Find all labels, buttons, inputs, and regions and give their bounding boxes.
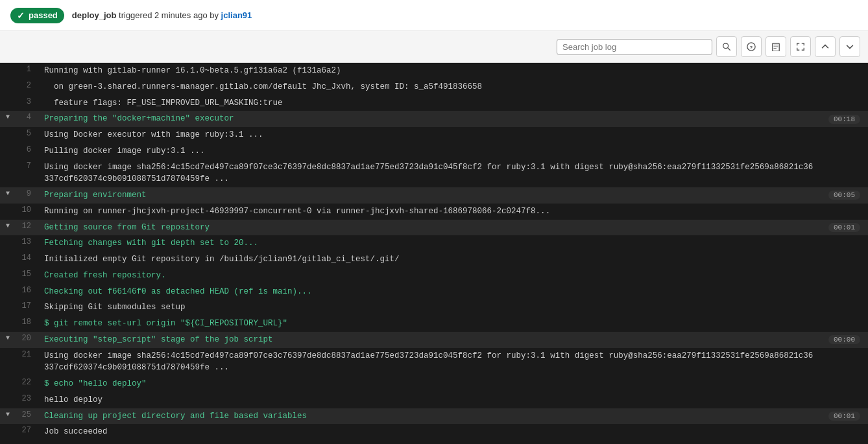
line-content: hello deploy <box>42 393 868 408</box>
chevron-toggle <box>0 377 16 379</box>
help-button[interactable]: ? <box>741 36 762 57</box>
chevron-toggle <box>0 349 16 351</box>
line-content: Executing "step_script" stage of the job… <box>42 333 828 347</box>
log-line: ▼4Preparing the "docker+machine" executo… <box>0 111 868 127</box>
line-content: Initialized empty Git repository in /bui… <box>42 252 868 267</box>
scroll-down-icon <box>845 42 854 51</box>
log-line: 17Skipping Git submodules setup <box>0 299 868 316</box>
chevron-toggle <box>0 204 16 206</box>
line-content: Getting source from Git repository <box>42 220 828 235</box>
line-content: Fetching changes with git depth set to 2… <box>42 236 868 251</box>
line-content: Using Docker executor with image ruby:3.… <box>42 128 868 143</box>
chevron-toggle[interactable]: ▼ <box>0 111 16 121</box>
chevron-toggle <box>0 316 16 318</box>
log-toolbar: ? <box>0 31 868 63</box>
chevron-toggle <box>0 236 16 238</box>
job-name: deploy_job <box>72 10 117 20</box>
line-content: Running with gitlab-runner 16.1.0~beta.5… <box>42 64 868 78</box>
line-content: Skipping Git submodules setup <box>42 300 868 315</box>
log-line: 5Using Docker executor with image ruby:3… <box>0 127 868 143</box>
scroll-up-icon <box>821 42 830 51</box>
raw-icon <box>771 42 780 51</box>
line-number: 15 <box>16 268 42 279</box>
line-number: 25 <box>16 409 42 419</box>
line-content: Job succeeded <box>42 425 868 439</box>
chevron-toggle[interactable]: ▼ <box>0 333 16 342</box>
trigger-user: jclian91 <box>221 10 252 20</box>
trigger-text: triggered 2 minutes ago by <box>119 10 221 20</box>
chevron-toggle <box>0 285 16 286</box>
expand-icon <box>796 42 805 51</box>
line-number: 3 <box>16 96 42 106</box>
line-number: 27 <box>16 425 42 435</box>
chevron-toggle <box>0 64 16 65</box>
line-content: Pulling docker image ruby:3.1 ... <box>42 144 868 159</box>
chevron-toggle[interactable]: ▼ <box>0 409 16 418</box>
chevron-toggle[interactable]: ▼ <box>0 188 16 197</box>
search-box[interactable] <box>557 39 712 55</box>
line-content: Cleaning up project directory and file b… <box>42 409 828 424</box>
log-line: 16Checking out f66146f0 as detached HEAD… <box>0 284 868 300</box>
log-line: 14Initialized empty Git repository in /b… <box>0 251 868 268</box>
line-number: 22 <box>16 377 42 387</box>
raw-log-button[interactable] <box>766 36 786 57</box>
line-number: 6 <box>16 144 42 154</box>
line-number: 14 <box>16 252 42 263</box>
duration-badge: 00:18 <box>828 115 860 124</box>
duration-badge: 00:01 <box>828 412 860 421</box>
svg-text:?: ? <box>750 45 753 51</box>
help-icon: ? <box>747 42 756 51</box>
line-number: 7 <box>16 160 42 170</box>
header-description: deploy_job triggered 2 minutes ago by jc… <box>72 10 252 20</box>
log-area: 1Running with gitlab-runner 16.1.0~beta.… <box>0 63 868 444</box>
search-icon <box>722 42 731 51</box>
fullscreen-button[interactable] <box>790 36 811 57</box>
chevron-toggle <box>0 393 16 395</box>
log-line: 1Running with gitlab-runner 16.1.0~beta.… <box>0 63 868 79</box>
line-content: Running on runner-jhcjxvh-project-469399… <box>42 204 868 219</box>
scroll-up-button[interactable] <box>815 36 836 57</box>
log-line: 21Using docker image sha256:4c15cd7ed497… <box>0 348 868 377</box>
chevron-toggle <box>0 144 16 146</box>
line-content: on green-3.shared.runners-manager.gitlab… <box>42 80 868 95</box>
log-line: 6Pulling docker image ruby:3.1 ... <box>0 143 868 159</box>
job-header: ✓ passed deploy_job triggered 2 minutes … <box>0 0 868 31</box>
scroll-down-button[interactable] <box>839 36 860 57</box>
line-content: $ git remote set-url origin "${CI_REPOSI… <box>42 316 868 331</box>
line-content: Checking out f66146f0 as detached HEAD (… <box>42 285 868 299</box>
log-line: 3 feature flags: FF_USE_IMPROVED_URL_MAS… <box>0 95 868 111</box>
log-line: 10Running on runner-jhcjxvh-project-4693… <box>0 204 868 220</box>
log-line: ▼25Cleaning up project directory and fil… <box>0 408 868 425</box>
check-icon: ✓ <box>17 10 25 21</box>
line-number: 21 <box>16 349 42 359</box>
svg-line-1 <box>728 48 730 51</box>
log-line: ▼20Executing "step_script" stage of the … <box>0 332 868 348</box>
line-number: 2 <box>16 80 42 90</box>
line-number: 1 <box>16 64 42 74</box>
search-button[interactable] <box>716 36 737 57</box>
line-number: 12 <box>16 220 42 231</box>
line-number: 5 <box>16 128 42 138</box>
status-label: passed <box>29 10 58 20</box>
duration-badge: 00:00 <box>828 335 860 344</box>
chevron-toggle <box>0 300 16 302</box>
chevron-toggle <box>0 128 16 130</box>
chevron-toggle <box>0 268 16 270</box>
line-number: 18 <box>16 316 42 327</box>
chevron-toggle <box>0 160 16 162</box>
log-line: 13Fetching changes with git depth set to… <box>0 235 868 251</box>
line-content: Created fresh repository. <box>42 268 868 283</box>
log-line: 22$ echo "hello deploy" <box>0 376 868 392</box>
svg-rect-4 <box>773 43 780 51</box>
line-number: 10 <box>16 204 42 215</box>
log-line: ▼9Preparing environment00:05 <box>0 187 868 204</box>
line-number: 13 <box>16 236 42 246</box>
log-line: 2 on green-3.shared.runners-manager.gitl… <box>0 79 868 95</box>
chevron-toggle[interactable]: ▼ <box>0 220 16 229</box>
chevron-toggle <box>0 80 16 82</box>
line-content: Using docker image sha256:4c15cd7ed497ca… <box>42 160 868 187</box>
search-input[interactable] <box>562 42 706 52</box>
log-line: 15Created fresh repository. <box>0 268 868 284</box>
line-number: 20 <box>16 333 42 343</box>
status-badge: ✓ passed <box>10 8 64 23</box>
